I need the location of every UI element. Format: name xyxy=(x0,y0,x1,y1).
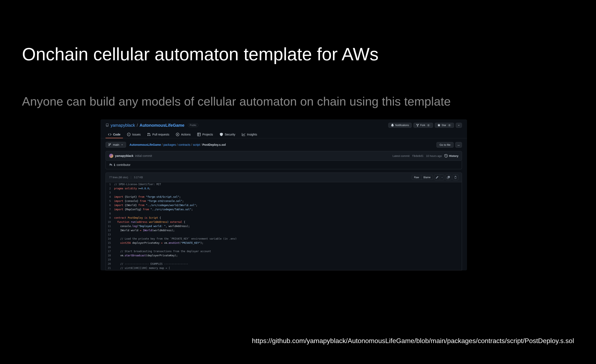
go-to-file-button[interactable]: Go to file xyxy=(436,142,454,148)
line-content: // ---------------- EXAMPLES -----------… xyxy=(114,262,188,266)
breadcrumb-file: PostDeploy.s.sol xyxy=(202,143,226,146)
line-content: // Start broadcasting transactions from … xyxy=(114,249,211,253)
notifications-button[interactable]: Notifications xyxy=(388,123,411,128)
more-button[interactable]: ... xyxy=(455,142,462,148)
file-size: 3.17 KB xyxy=(134,176,143,179)
line-number[interactable]: 18 xyxy=(106,253,114,258)
tab-code-label: Code xyxy=(113,133,120,136)
breadcrumb-script[interactable]: script xyxy=(193,143,200,146)
branch-selector[interactable]: main xyxy=(105,142,126,148)
line-number[interactable]: 8 xyxy=(106,212,114,216)
line-number[interactable]: 3 xyxy=(106,191,114,195)
line-content: vm.startBroadcast(deployerPrivateKey); xyxy=(114,253,178,258)
file-header: 77 lines (66 sloc) 3.17 KB Raw Blame xyxy=(105,173,462,182)
avatar[interactable] xyxy=(109,154,113,158)
contributors-bar[interactable]: 1 contributor xyxy=(105,161,462,169)
delete-button[interactable] xyxy=(453,174,458,180)
line-number[interactable]: 13 xyxy=(106,232,114,237)
code-line: 6import {IWorld} from "../src/codegen/wo… xyxy=(106,203,462,207)
contributor-label: contributor xyxy=(117,163,130,166)
notifications-label: Notifications xyxy=(395,124,409,127)
star-button[interactable]: Star 0 xyxy=(435,123,454,128)
tab-code[interactable]: Code xyxy=(105,131,123,138)
tab-insights-label: Insights xyxy=(247,133,257,136)
tab-actions-label: Actions xyxy=(181,133,191,136)
github-screenshot: yamapyblack / AutonomousLifeGame Public … xyxy=(101,119,467,270)
raw-button[interactable]: Raw xyxy=(412,175,421,180)
line-number[interactable]: 11 xyxy=(106,224,114,228)
code-line: 14 // Load the private key from the `PRI… xyxy=(106,237,462,241)
fork-count: 0 xyxy=(427,124,430,126)
line-number[interactable]: 21 xyxy=(106,266,114,270)
graph-icon xyxy=(242,133,245,136)
slide-subtitle: Anyone can build any models of cellular … xyxy=(22,94,451,108)
line-number[interactable]: 9 xyxy=(106,216,114,220)
commit-bar: yamapyblack initial commit Latest commit… xyxy=(105,151,462,161)
edit-dropdown-button[interactable] xyxy=(440,174,444,180)
code-line: 17 // Start broadcasting transactions fr… xyxy=(106,249,462,253)
star-count: 0 xyxy=(447,124,451,126)
code-line: 2pragma solidity >=0.8.0; xyxy=(106,186,462,191)
line-content: IWorld world = IWorld(worldAddress); xyxy=(114,228,175,232)
line-number[interactable]: 6 xyxy=(106,203,114,207)
line-number[interactable]: 4 xyxy=(106,195,114,199)
code-line: 4import {Script} from "forge-std/Script.… xyxy=(106,195,462,199)
line-number[interactable]: 14 xyxy=(106,237,114,241)
repo-name-link[interactable]: AutonomousLifeGame xyxy=(140,123,184,128)
tab-issues[interactable]: Issues xyxy=(125,131,143,138)
repo-owner-link[interactable]: yamapyblack xyxy=(111,123,135,128)
chevron-down-icon xyxy=(121,143,123,146)
code-line: 8 xyxy=(106,212,462,216)
commit-sha[interactable]: f8de8d1 xyxy=(412,154,424,157)
line-number[interactable]: 12 xyxy=(106,228,114,232)
line-number[interactable]: 2 xyxy=(106,186,114,191)
issues-icon xyxy=(127,133,130,136)
edit-button[interactable] xyxy=(434,174,440,180)
tab-pulls-label: Pull requests xyxy=(152,133,169,136)
line-number[interactable]: 17 xyxy=(106,249,114,253)
fork-button[interactable]: Fork 0 xyxy=(413,123,433,128)
tab-pulls[interactable]: Pull requests xyxy=(145,131,172,138)
copy-button[interactable] xyxy=(446,174,451,180)
code-line: 15 uint256 deployerPrivateKey = vm.envUi… xyxy=(106,241,462,245)
line-content: import {IWorld} from "../src/codegen/wor… xyxy=(114,203,197,207)
trash-icon xyxy=(454,176,457,179)
fork-label: Fork xyxy=(420,124,425,127)
history-button[interactable]: History xyxy=(444,154,458,157)
line-content: import {console} from "forge-std/console… xyxy=(114,199,184,203)
chevron-down-icon xyxy=(458,124,460,126)
line-number[interactable]: 7 xyxy=(106,207,114,212)
tab-actions[interactable]: Actions xyxy=(173,131,193,138)
shield-icon xyxy=(220,133,223,136)
blame-button[interactable]: Blame xyxy=(421,175,433,180)
tab-insights[interactable]: Insights xyxy=(239,131,260,138)
line-number[interactable]: 19 xyxy=(106,258,114,262)
fork-icon xyxy=(416,124,419,127)
code-line: 13 xyxy=(106,232,462,237)
line-number[interactable]: 16 xyxy=(106,245,114,249)
line-number[interactable]: 20 xyxy=(106,262,114,266)
line-number[interactable]: 15 xyxy=(106,241,114,245)
more-label: ... xyxy=(458,143,460,146)
chevron-down-icon xyxy=(441,176,443,178)
commit-time: 10 hours ago xyxy=(426,154,442,157)
people-icon xyxy=(109,163,112,166)
commit-author[interactable]: yamapyblack xyxy=(115,154,133,157)
history-icon xyxy=(444,154,448,157)
code-line: 18 vm.startBroadcast(deployerPrivateKey)… xyxy=(106,253,462,258)
tab-security[interactable]: Security xyxy=(217,131,238,138)
line-content: import {MapConfig} from "../src/codegen/… xyxy=(114,207,193,212)
latest-commit-label: Latest commit xyxy=(393,154,410,157)
star-dropdown-button[interactable] xyxy=(456,123,462,128)
breadcrumb-root[interactable]: AutonomousLifeGame xyxy=(129,143,161,146)
breadcrumb-contracts[interactable]: contracts xyxy=(179,143,190,146)
line-number[interactable]: 1 xyxy=(106,182,114,186)
visibility-badge: Public xyxy=(188,123,199,127)
breadcrumb-packages[interactable]: packages xyxy=(163,143,176,146)
line-number[interactable]: 10 xyxy=(106,220,114,224)
line-number[interactable]: 5 xyxy=(106,199,114,203)
history-label: History xyxy=(449,154,458,157)
tab-projects[interactable]: Projects xyxy=(195,131,216,138)
commit-message[interactable]: initial commit xyxy=(135,154,152,157)
line-content: // uint8[100][100] memory map = [ xyxy=(114,266,170,270)
